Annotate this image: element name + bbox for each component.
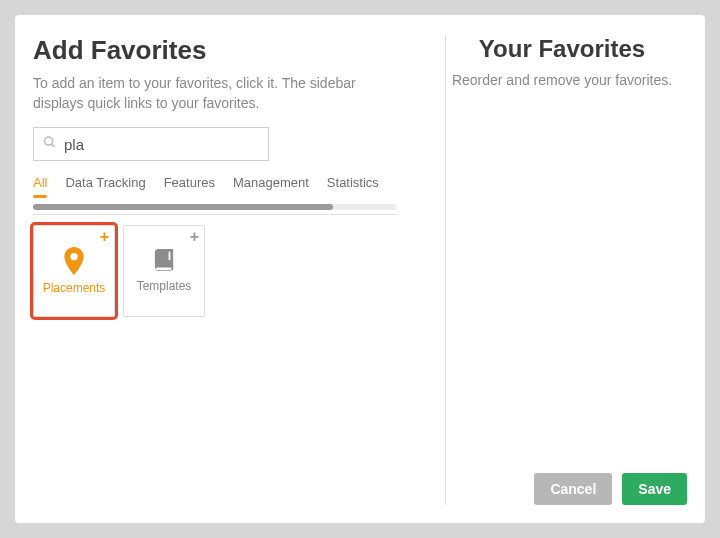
item-label: Templates <box>137 279 192 293</box>
tab-statistics[interactable]: Statistics <box>327 169 379 200</box>
svg-line-1 <box>52 144 55 147</box>
tabs-scrollbar-track[interactable] <box>33 204 397 210</box>
modal-footer: Cancel Save <box>437 473 687 505</box>
search-input[interactable] <box>33 127 269 161</box>
tab-data-tracking[interactable]: Data Tracking <box>65 169 145 200</box>
your-favorites-panel: Your Favorites Reorder and remove your f… <box>415 15 705 523</box>
favorite-items-grid: + Placements + Templates <box>33 225 397 317</box>
item-label: Placements <box>43 281 106 295</box>
add-favorites-subtitle: To add an item to your favorites, click … <box>33 74 397 113</box>
book-icon <box>153 249 175 273</box>
svg-point-0 <box>45 137 53 145</box>
your-favorites-subtitle: Reorder and remove your favorites. <box>437 71 687 91</box>
your-favorites-title: Your Favorites <box>437 35 687 63</box>
cancel-button[interactable]: Cancel <box>534 473 612 505</box>
location-pin-icon <box>63 247 85 275</box>
item-placements[interactable]: + Placements <box>33 225 115 317</box>
tab-features[interactable]: Features <box>164 169 215 200</box>
item-templates[interactable]: + Templates <box>123 225 205 317</box>
category-tabs: All Data Tracking Features Management St… <box>33 169 397 200</box>
plus-icon: + <box>100 229 109 245</box>
tab-all[interactable]: All <box>33 169 47 200</box>
tabs-scrollbar-thumb[interactable] <box>33 204 333 210</box>
panel-divider <box>445 35 446 505</box>
search-field <box>33 127 269 161</box>
add-favorites-modal: Add Favorites To add an item to your fav… <box>15 15 705 523</box>
svg-rect-2 <box>169 252 171 260</box>
plus-icon: + <box>190 229 199 245</box>
save-button[interactable]: Save <box>622 473 687 505</box>
tab-management[interactable]: Management <box>233 169 309 200</box>
search-icon <box>42 135 57 154</box>
add-favorites-panel: Add Favorites To add an item to your fav… <box>15 15 415 523</box>
add-favorites-title: Add Favorites <box>33 35 397 66</box>
list-separator <box>33 214 397 215</box>
